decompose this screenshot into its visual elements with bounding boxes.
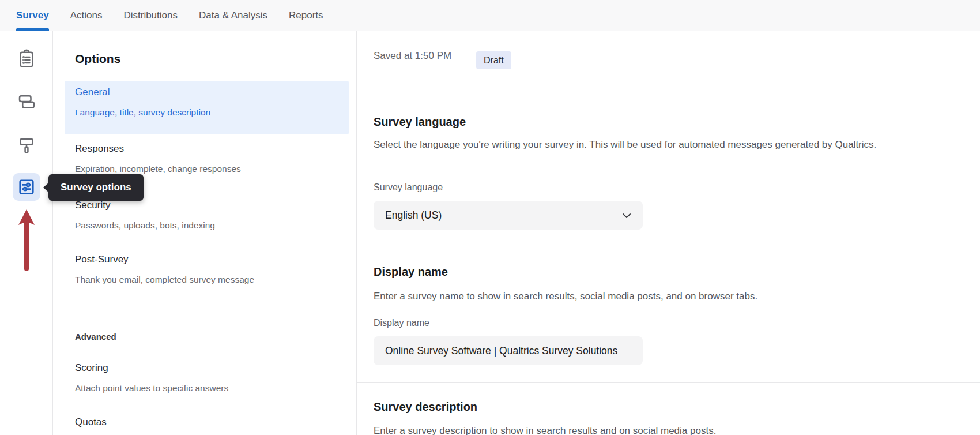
survey-language-field-label: Survey language (374, 182, 443, 193)
top-nav: Survey Actions Distributions Data & Anal… (0, 0, 980, 31)
survey-language-select-value: English (US) (385, 209, 442, 222)
survey-builder-button[interactable] (13, 45, 40, 73)
status-badge: Draft (476, 51, 511, 69)
survey-description-description: Enter a survey description to show in se… (374, 423, 716, 435)
option-item-post-survey[interactable]: Post-Survey Thank you email, completed s… (75, 254, 254, 285)
survey-builder-icon (16, 48, 37, 69)
survey-flow-button[interactable] (13, 88, 40, 115)
survey-language-select[interactable]: English (US) (374, 201, 643, 230)
option-item-scoring[interactable]: Scoring Attach point values to specific … (75, 362, 228, 393)
option-item-sublabel: Expiration, incomplete, change responses (75, 164, 241, 174)
display-name-input-value: Online Survey Software | Qualtrics Surve… (385, 345, 617, 357)
option-item-security[interactable]: Security Passwords, uploads, bots, index… (75, 200, 215, 231)
survey-options-button[interactable] (13, 173, 40, 201)
option-item-sublabel: Language, title, survey description (75, 107, 210, 118)
main-content: Saved at 1:50 PM Draft Survey language S… (357, 31, 980, 435)
option-item-label: Post-Survey (75, 254, 254, 265)
option-item-label: Responses (75, 143, 241, 155)
option-item-responses[interactable]: Responses Expiration, incomplete, change… (75, 143, 241, 174)
display-name-input[interactable]: Online Survey Software | Qualtrics Surve… (374, 336, 643, 365)
left-icon-rail (0, 31, 53, 435)
advanced-section-header: Advanced (75, 332, 116, 342)
survey-flow-icon (16, 91, 37, 112)
survey-language-description: Select the language you're writing your … (374, 137, 876, 152)
display-name-description: Enter a survey name to show in search re… (374, 289, 757, 304)
display-name-field-label: Display name (374, 318, 429, 328)
survey-description-heading: Survey description (374, 400, 477, 414)
survey-language-heading: Survey language (374, 115, 466, 129)
option-item-sublabel: Passwords, uploads, bots, indexing (75, 220, 215, 231)
tab-distributions[interactable]: Distributions (123, 0, 178, 31)
option-item-quotas[interactable]: Quotas (75, 417, 107, 428)
option-item-label: Quotas (75, 417, 107, 428)
look-and-feel-button[interactable] (13, 132, 40, 159)
tab-data-analysis[interactable]: Data & Analysis (199, 0, 267, 31)
display-name-heading: Display name (374, 265, 448, 279)
option-item-label: General (75, 87, 210, 98)
section-divider (357, 382, 980, 383)
option-item-general[interactable]: General Language, title, survey descript… (75, 87, 210, 118)
survey-options-icon (16, 177, 37, 197)
survey-options-tooltip: Survey options (48, 174, 144, 201)
tab-actions[interactable]: Actions (70, 0, 103, 31)
option-item-sublabel: Thank you email, completed survey messag… (75, 275, 254, 285)
header-divider (357, 76, 980, 76)
options-panel: Options General Language, title, survey … (53, 31, 357, 435)
saved-status: Saved at 1:50 PM (374, 50, 451, 62)
options-panel-title: Options (75, 52, 120, 66)
option-item-label: Scoring (75, 362, 228, 374)
look-and-feel-icon (16, 135, 37, 156)
tab-reports[interactable]: Reports (289, 0, 323, 31)
tab-survey[interactable]: Survey (16, 0, 49, 31)
option-item-sublabel: Attach point values to specific answers (75, 383, 228, 393)
panel-divider (53, 312, 356, 312)
option-item-label: Security (75, 200, 215, 211)
section-divider (357, 247, 980, 247)
chevron-down-icon (622, 209, 631, 222)
